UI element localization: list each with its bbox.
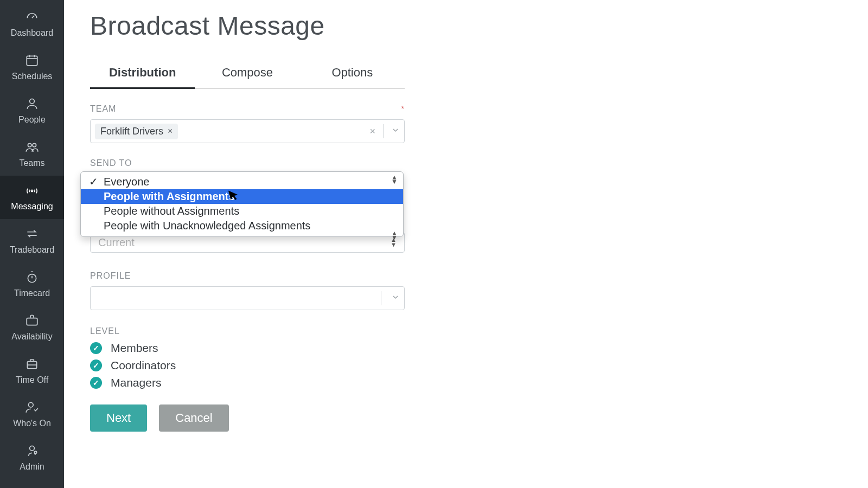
sidebar-label: Dashboard [11, 28, 53, 38]
sidebar-label: Admin [20, 462, 44, 472]
chip-remove-icon[interactable]: × [168, 126, 173, 136]
sidebar-item-teams[interactable]: Teams [0, 132, 64, 176]
sidebar-item-messaging[interactable]: Messaging [0, 176, 64, 219]
select-spinner-icon[interactable]: ▲▼ [391, 175, 398, 184]
option-label: Everyone [104, 176, 150, 188]
underlying-select-value: Current [98, 236, 135, 249]
sendto-dropdown-open[interactable]: ▲▼ ✓ Everyone People with Assignments Pe… [80, 171, 404, 237]
person-icon [24, 95, 40, 112]
svg-rect-6 [27, 318, 37, 325]
svg-point-2 [28, 144, 31, 147]
profile-field: PROFILE [90, 271, 405, 310]
sidebar-label: Time Off [16, 375, 48, 385]
level-option-label: Members [111, 342, 158, 355]
divider [383, 124, 384, 138]
sendto-option-with-assignments[interactable]: People with Assignments [81, 189, 403, 204]
sidebar-item-availability[interactable]: Availability [0, 306, 64, 349]
sidebar-item-timeoff[interactable]: Time Off [0, 349, 64, 393]
stopwatch-icon [24, 269, 40, 285]
check-icon: ✓ [88, 175, 98, 188]
sendto-label: SEND TO [90, 158, 405, 168]
sidebar-item-tradeboard[interactable]: Tradeboard [0, 219, 64, 262]
group-icon [24, 139, 40, 155]
select-spinner-icon[interactable]: ▲▼ [391, 231, 398, 240]
swap-icon [24, 226, 40, 242]
sidebar-label: Tradeboard [10, 245, 54, 255]
option-label: People with Assignments [104, 190, 235, 203]
main-content: Broadcast Message Distribution Compose O… [64, 0, 868, 488]
sidebar-label: Schedules [12, 72, 53, 81]
svg-point-9 [30, 446, 35, 451]
team-label: TEAM [90, 104, 405, 114]
clear-all-icon[interactable]: × [369, 126, 375, 137]
team-chip-text: Forklift Drivers [100, 126, 163, 137]
sidebar-item-timecard[interactable]: Timecard [0, 262, 64, 306]
svg-point-4 [31, 190, 33, 191]
admin-icon [24, 442, 40, 459]
sidebar-item-people[interactable]: People [0, 89, 64, 132]
person-check-icon [24, 399, 40, 415]
sidebar-label: Teams [19, 158, 44, 168]
team-multiselect[interactable]: Forklift Drivers × × [90, 119, 405, 143]
svg-point-8 [29, 402, 34, 407]
sidebar-item-schedules[interactable]: Schedules [0, 46, 64, 89]
next-button[interactable]: Next [90, 404, 147, 432]
sidebar-label: Who's On [13, 419, 51, 428]
gauge-icon [24, 9, 40, 25]
sendto-option-unacknowledged[interactable]: People with Unacknowledged Assignments [81, 219, 403, 233]
option-label: People with Unacknowledged Assignments [104, 220, 310, 232]
level-option-managers[interactable]: ✓ Managers [90, 376, 405, 389]
level-field: LEVEL ✓ Members ✓ Coordinators ✓ Manager… [90, 326, 405, 389]
check-circle-icon: ✓ [90, 342, 102, 354]
level-option-label: Managers [111, 376, 161, 389]
sidebar-item-whoson[interactable]: Who's On [0, 393, 64, 436]
sidebar-item-support[interactable]: Support [0, 479, 64, 488]
tab-distribution[interactable]: Distribution [90, 60, 195, 89]
team-chip: Forklift Drivers × [95, 124, 178, 139]
level-option-coordinators[interactable]: ✓ Coordinators [90, 359, 405, 372]
chevron-down-icon[interactable] [391, 126, 400, 137]
level-option-members[interactable]: ✓ Members [90, 342, 405, 355]
sidebar-label: Availability [11, 332, 52, 342]
svg-point-5 [28, 274, 36, 282]
sendto-option-without-assignments[interactable]: People without Assignments [81, 204, 403, 219]
cancel-button[interactable]: Cancel [159, 404, 228, 432]
sendto-option-everyone[interactable]: ✓ Everyone [81, 174, 403, 189]
tab-options[interactable]: Options [300, 60, 405, 89]
profile-select[interactable] [90, 286, 405, 310]
svg-rect-0 [27, 56, 37, 65]
option-label: People without Assignments [104, 205, 239, 217]
check-circle-icon: ✓ [90, 377, 102, 389]
suitcase-icon [24, 356, 40, 372]
briefcase-icon [24, 312, 40, 329]
multiselect-actions: × [369, 124, 400, 138]
button-row: Next Cancel [90, 404, 842, 432]
sidebar-item-dashboard[interactable]: Dashboard [0, 2, 64, 46]
sidebar-label: Timecard [14, 288, 50, 298]
sidebar: Dashboard Schedules People Teams Messagi… [0, 0, 64, 488]
sidebar-item-admin[interactable]: Admin [0, 436, 64, 479]
tab-compose[interactable]: Compose [195, 60, 299, 89]
sendto-field: SEND TO ▲▼ ✓ Everyone People with Assign… [90, 158, 405, 253]
level-option-label: Coordinators [111, 359, 176, 372]
sidebar-label: People [18, 115, 46, 125]
page-title: Broadcast Message [90, 11, 842, 41]
check-circle-icon: ✓ [90, 359, 102, 371]
help-icon [24, 486, 40, 488]
calendar-icon [24, 52, 40, 68]
svg-point-3 [33, 144, 36, 147]
level-label: LEVEL [90, 326, 405, 336]
chevron-down-icon[interactable] [391, 293, 400, 304]
tabs: Distribution Compose Options [90, 60, 405, 89]
broadcast-icon [24, 182, 40, 198]
team-field: TEAM Forklift Drivers × × [90, 104, 405, 143]
divider [381, 291, 381, 305]
sidebar-label: Messaging [11, 202, 53, 211]
profile-label: PROFILE [90, 271, 405, 281]
svg-point-1 [30, 99, 35, 104]
